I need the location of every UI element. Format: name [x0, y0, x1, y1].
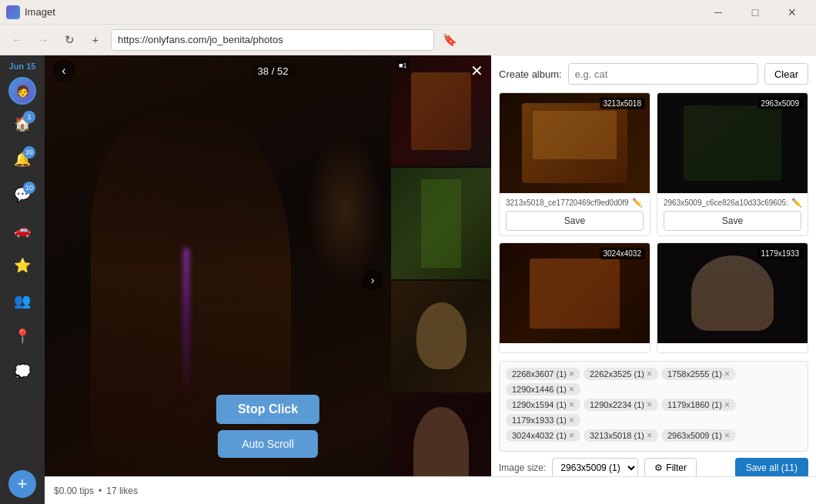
maximize-button[interactable]: □ — [737, 0, 773, 25]
app-icon — [6, 5, 20, 19]
tag-10: 2963x5009 (1)× — [661, 429, 736, 442]
sidebar-item-transport[interactable]: 🚗 — [6, 214, 38, 246]
image-preview-1: 3213x5018 — [500, 93, 650, 193]
sidebar-item-favorites[interactable]: ⭐ — [6, 249, 38, 282]
browserbar: ← → ↻ + 🔖 — [0, 25, 816, 55]
filter-button[interactable]: ⚙ Filter — [644, 458, 697, 478]
image-preview-2: 2963x5009 — [657, 93, 808, 193]
tags-row-2: 1290x1594 (1)× 1290x2234 (1)× 1179x1860 … — [506, 399, 801, 426]
tag-0: 2268x3607 (1)× — [506, 368, 580, 380]
bottom-separator: • — [99, 486, 102, 496]
photo-viewer: ‹ 38 / 52 ✕ — [45, 55, 491, 504]
image-card-3: 3024x4032 — [499, 242, 650, 353]
url-bar[interactable] — [111, 29, 434, 51]
image-info-4 — [657, 343, 808, 352]
image-card-2: 2963x5009 2963x5009_c6ce826a10d33c69605:… — [657, 92, 808, 236]
notifications-badge: 39 — [23, 146, 35, 159]
tag-2: 1758x2555 (1)× — [661, 368, 736, 380]
image-preview-3: 3024x4032 — [500, 243, 650, 343]
app-title: Imaget — [25, 6, 55, 18]
tags-area: 2268x3607 (1)× 2262x3525 (1)× 1758x2555 … — [499, 361, 808, 452]
sidebar-item-people[interactable]: 👥 — [6, 285, 38, 317]
image-filename-1: 3213x5018_ce17720469cf9ed0d0f9 ✏️ — [506, 198, 644, 208]
clear-button[interactable]: Clear — [764, 63, 808, 85]
minimize-button[interactable]: ─ — [701, 0, 736, 25]
tag-5: 1290x2234 (1)× — [584, 399, 658, 411]
tag-4: 1290x1594 (1)× — [506, 399, 580, 411]
forward-button[interactable]: → — [32, 29, 54, 51]
photo-main-area: ■1 — [45, 55, 491, 504]
tag-remove-6[interactable]: × — [724, 400, 730, 409]
tag-remove-1[interactable]: × — [647, 369, 652, 379]
img-dim-badge-1: 3213x5018 — [600, 98, 646, 109]
image-card-4: 1179x1933 — [657, 242, 808, 353]
bottom-bar: $0.00 tips • 17 likes — [45, 476, 816, 504]
back-button[interactable]: ← — [6, 29, 28, 51]
photo-nav-top: ‹ 38 / 52 ✕ — [45, 55, 491, 86]
sidebar-date: Jun 15 — [9, 62, 36, 71]
album-row: Create album: Clear — [499, 63, 808, 85]
tag-8: 3024x4032 (1)× — [506, 429, 580, 442]
sidebar-item-chat[interactable]: 💭 — [6, 355, 38, 388]
thumb-3[interactable] — [391, 281, 491, 392]
tags-row-3: 3024x4032 (1)× 3213x5018 (1)× 2963x5009 … — [506, 429, 801, 442]
stop-click-button[interactable]: Stop Click — [216, 395, 319, 424]
main-content: Jun 15 🧑 🏠 1 🔔 39 💬 10 🚗 ⭐ 👥 📍 💭 + — [0, 55, 816, 504]
tag-remove-4[interactable]: × — [569, 400, 574, 409]
sidebar-avatar: 🧑 — [8, 77, 36, 105]
save-button-1[interactable]: Save — [506, 211, 644, 231]
add-button[interactable]: + — [8, 470, 36, 498]
tag-remove-7[interactable]: × — [569, 416, 574, 425]
new-tab-button[interactable]: + — [85, 29, 106, 51]
sidebar-item-notifications[interactable]: 🔔 39 — [6, 143, 38, 175]
tag-remove-9[interactable]: × — [647, 431, 652, 440]
image-preview-4: 1179x1933 — [657, 243, 808, 343]
transport-icon: 🚗 — [14, 222, 31, 239]
sidebar-item-home[interactable]: 🏠 1 — [6, 108, 38, 140]
image-size-label: Image size: — [499, 462, 546, 473]
tag-remove-5[interactable]: × — [647, 400, 652, 409]
tag-7: 1179x1933 (1)× — [506, 414, 580, 426]
album-label: Create album: — [499, 68, 562, 80]
sidebar-item-messages[interactable]: 💬 10 — [6, 179, 38, 211]
tag-3: 1290x1446 (1)× — [506, 383, 580, 396]
tag-remove-10[interactable]: × — [724, 431, 730, 440]
right-panel: Create album: Clear 3213x5018 — [491, 55, 816, 504]
people-icon: 👥 — [14, 292, 31, 309]
image-info-1: 3213x5018_ce17720469cf9ed0d0f9 ✏️ Save — [500, 193, 650, 235]
tag-remove-8[interactable]: × — [569, 431, 574, 440]
img-dim-badge-4: 1179x1933 — [757, 248, 804, 259]
close-button[interactable]: ✕ — [774, 0, 810, 25]
edit-icon-2[interactable]: ✏️ — [791, 198, 801, 208]
edit-icon-1[interactable]: ✏️ — [632, 198, 643, 208]
photo-back-button[interactable]: ‹ — [52, 59, 75, 82]
sidebar: Jun 15 🧑 🏠 1 🔔 39 💬 10 🚗 ⭐ 👥 📍 💭 + — [0, 55, 45, 504]
image-filename-2: 2963x5009_c6ce826a10d33c69605: ✏️ — [664, 198, 801, 208]
bookmark-button[interactable]: 🔖 — [439, 29, 460, 51]
image-card-1: 3213x5018 3213x5018_ce17720469cf9ed0d0f9… — [499, 92, 650, 236]
action-buttons: Stop Click Auto Scroll — [216, 395, 319, 458]
save-button-2[interactable]: Save — [664, 211, 801, 231]
tag-remove-2[interactable]: × — [724, 369, 730, 379]
sidebar-item-location[interactable]: 📍 — [6, 320, 38, 352]
photo-next-button[interactable]: › — [362, 269, 383, 291]
save-all-button[interactable]: Save all (11) — [735, 458, 808, 478]
album-input[interactable] — [568, 63, 758, 85]
titlebar: Imaget ─ □ ✕ — [0, 0, 816, 25]
photo-close-button[interactable]: ✕ — [470, 62, 483, 80]
tag-remove-0[interactable]: × — [569, 369, 574, 379]
image-info-3 — [500, 343, 650, 352]
photo-thumbnail-strip: ■1 — [391, 55, 491, 504]
auto-scroll-button[interactable]: Auto Scroll — [218, 430, 318, 458]
tag-remove-3[interactable]: × — [569, 385, 574, 394]
home-badge: 1 — [23, 111, 35, 123]
image-size-select[interactable]: 2963x5009 (1) — [552, 458, 638, 478]
img-dim-badge-2: 2963x5009 — [757, 98, 804, 109]
location-icon: 📍 — [14, 328, 31, 345]
messages-badge: 10 — [23, 182, 35, 194]
thumb-2[interactable] — [391, 168, 491, 279]
refresh-button[interactable]: ↻ — [59, 29, 80, 51]
star-icon: ⭐ — [14, 257, 31, 274]
image-info-2: 2963x5009_c6ce826a10d33c69605: ✏️ Save — [657, 193, 808, 235]
filter-label: Filter — [666, 462, 687, 473]
